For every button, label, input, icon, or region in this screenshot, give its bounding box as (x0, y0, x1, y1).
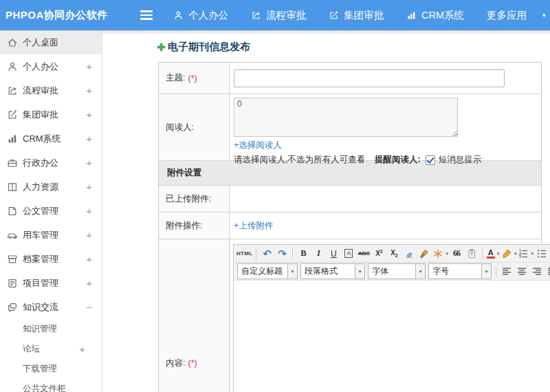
sidebar-item-crm-system[interactable]: CRM系统+ (0, 127, 102, 151)
subject-label: 主题: (166, 72, 185, 84)
custom-title-select[interactable]: 自定义标题▾ (237, 263, 298, 279)
sidebar-item-archive-management[interactable]: 档案管理+ (0, 247, 102, 271)
select-readers-link[interactable]: +选择阅读人 (234, 140, 282, 150)
svg-text:T: T (470, 251, 474, 257)
toolbar-separator (292, 248, 293, 259)
resize-grip-icon[interactable] (451, 130, 457, 136)
align-left-icon[interactable] (500, 264, 514, 279)
expand-plus-icon[interactable]: + (86, 205, 92, 217)
sidebar-item-project-management[interactable]: 项目管理+ (0, 271, 102, 295)
subject-input[interactable] (234, 69, 505, 87)
nav-item-crm-system[interactable]: CRM系统 (406, 9, 464, 22)
sidebar-item-personal-desktop[interactable]: 个人桌面 (0, 30, 102, 54)
char-border-icon[interactable]: A (342, 246, 355, 261)
editor-toolbar-row2: 自定义标题▾段落格式▾字体▾字号▾ (234, 263, 550, 281)
doc-icon (7, 206, 23, 217)
expand-plus-icon[interactable]: + (86, 277, 92, 289)
nav-item-group-approval[interactable]: 集团审批 (329, 9, 384, 22)
sidebar-item-document-management[interactable]: 公文管理+ (0, 199, 102, 223)
readers-label: 阅读人: (166, 122, 194, 133)
expand-plus-icon[interactable]: + (79, 343, 85, 355)
remove-format-icon[interactable] (402, 246, 416, 261)
home-icon (7, 37, 23, 48)
align-right-icon[interactable] (530, 264, 544, 279)
source-button[interactable]: HTML (236, 246, 252, 261)
upload-attachment-link[interactable]: +上传附件 (234, 220, 273, 232)
expand-plus-icon[interactable]: + (86, 229, 92, 241)
uploaded-attachments-row: 已上传附件: (159, 186, 541, 213)
sidebar-item-workflow-approval[interactable]: 流程审批+ (0, 78, 102, 102)
format-painter-icon[interactable] (417, 246, 431, 261)
align-center-icon[interactable] (515, 264, 529, 279)
font-size-select[interactable]: 字号▾ (428, 263, 492, 279)
align-justify-icon[interactable] (545, 264, 550, 279)
publish-form: 主题: (*) 阅读人: 0 +选择阅读人 请选择阅读人,不选为所有人可 (158, 62, 542, 392)
collapse-minus-icon[interactable]: − (86, 301, 92, 313)
subscript-icon[interactable]: X2 (387, 246, 401, 261)
chevron-down-icon: ▾ (446, 251, 448, 257)
font-color-icon[interactable]: A▾ (486, 246, 500, 261)
undo-icon[interactable]: ↶ (260, 246, 274, 261)
subject-row: 主题: (*) (159, 63, 541, 94)
superscript-icon[interactable]: X2 (372, 246, 386, 261)
briefcase-icon (7, 157, 23, 168)
expand-plus-icon[interactable]: + (86, 181, 92, 193)
project-icon (7, 278, 23, 289)
toolbar-separator (496, 266, 496, 277)
rich-text-editor: HTML↶↷BIUAABCX2X2▾66TA▾▾123▾ 自定义标题▾段落格式▾… (233, 244, 550, 392)
attachment-op-label: 附件操作: (166, 220, 202, 232)
nav-item-workflow-approval[interactable]: 流程审批 (251, 9, 306, 22)
sidebar-item-vehicle-management[interactable]: 用车管理+ (0, 223, 102, 247)
chevron-down-icon: ▾ (415, 264, 425, 279)
chevron-down-icon: ▾ (514, 251, 517, 257)
font-family-select[interactable]: 字体▾ (368, 263, 426, 279)
expand-plus-icon[interactable]: + (86, 157, 92, 168)
content-row: 内容: (*) HTML↶↷BIUAABCX2X2▾66TA▾▾123▾ 自定义… (159, 239, 541, 392)
hamburger-menu-icon[interactable] (140, 10, 153, 20)
sms-checkbox[interactable] (426, 155, 435, 165)
groupedit-icon (329, 10, 339, 21)
bold-icon[interactable]: B (296, 246, 310, 261)
editor-content[interactable] (234, 281, 550, 392)
sidebar-item-public-file-cabinet[interactable]: 公共文件柜 (0, 379, 102, 392)
archive-icon (7, 254, 23, 265)
paste-text-icon[interactable]: T (465, 246, 478, 261)
uploaded-label: 已上传附件: (166, 193, 211, 205)
sidebar-item-personal-office[interactable]: 个人办公+ (0, 54, 102, 78)
underline-icon[interactable]: U (327, 246, 340, 261)
sidebar-item-human-resources[interactable]: 人力资源+ (0, 175, 102, 199)
redo-icon[interactable]: ↷ (275, 246, 289, 261)
readers-textarea[interactable]: 0 (234, 98, 458, 137)
add-icon (157, 43, 166, 52)
expand-plus-icon[interactable]: + (86, 253, 92, 265)
italic-icon[interactable]: I (311, 246, 325, 261)
chevron-down-icon: ▾ (287, 264, 297, 279)
strikethrough-icon[interactable]: ABC (357, 246, 371, 261)
sidebar-item-knowledge-management[interactable]: 知识管理 (0, 319, 102, 339)
groupedit-icon (7, 109, 23, 120)
sidebar-item-download-management[interactable]: 下载管理 (0, 359, 102, 379)
chart-icon (406, 10, 417, 21)
expand-plus-icon[interactable]: + (86, 133, 92, 144)
blockquote-icon[interactable]: 66 (450, 246, 463, 261)
auto-typeset-icon[interactable]: ▾ (432, 246, 448, 261)
sidebar-item-knowledge-exchange[interactable]: 知识交流− (0, 295, 102, 319)
paragraph-select[interactable]: 段落格式▾ (300, 263, 365, 279)
highlight-color-icon[interactable]: ▾ (501, 246, 517, 261)
main-content: 电子期刊信息发布 主题: (*) 阅读人: 0 +选择阅读人 (102, 30, 550, 392)
expand-plus-icon[interactable]: + (86, 109, 92, 120)
chart-icon (7, 133, 23, 144)
sidebar-item-admin-office[interactable]: 行政办公+ (0, 151, 102, 175)
nav-item-more-apps[interactable]: 更多应用▾ (487, 9, 546, 22)
car-icon (7, 230, 23, 241)
unordered-list-icon[interactable] (535, 246, 549, 261)
ordered-list-icon[interactable]: 123▾ (518, 246, 534, 261)
expand-plus-icon[interactable]: + (86, 85, 92, 96)
editor-toolbar-row1: HTML↶↷BIUAABCX2X2▾66TA▾▾123▾ (234, 245, 550, 263)
expand-plus-icon[interactable]: + (86, 61, 92, 72)
nav-item-personal-office[interactable]: 个人办公 (173, 9, 228, 22)
content-label: 内容: (166, 358, 185, 369)
sidebar-item-forum[interactable]: 论坛+ (0, 339, 102, 359)
chevron-down-icon: ▾ (355, 264, 364, 279)
sidebar-item-group-approval[interactable]: 集团审批+ (0, 102, 102, 127)
